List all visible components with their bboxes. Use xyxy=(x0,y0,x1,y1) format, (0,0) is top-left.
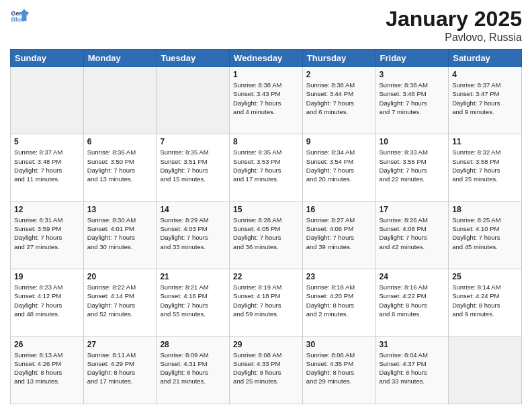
subtitle: Pavlovo, Russia xyxy=(386,32,522,44)
day-info: Sunrise: 8:19 AM Sunset: 4:18 PM Dayligh… xyxy=(233,283,299,318)
day-header-sunday: Sunday xyxy=(11,50,84,67)
calendar-cell: 16Sunrise: 8:27 AM Sunset: 4:06 PM Dayli… xyxy=(302,201,375,269)
day-number: 3 xyxy=(380,70,445,79)
day-info: Sunrise: 8:38 AM Sunset: 3:43 PM Dayligh… xyxy=(233,81,299,116)
calendar-cell: 24Sunrise: 8:16 AM Sunset: 4:22 PM Dayli… xyxy=(375,269,449,336)
week-row-2: 5Sunrise: 8:37 AM Sunset: 3:48 PM Daylig… xyxy=(11,134,522,201)
calendar-cell: 11Sunrise: 8:32 AM Sunset: 3:58 PM Dayli… xyxy=(449,134,522,201)
day-number: 28 xyxy=(160,340,226,349)
day-info: Sunrise: 8:31 AM Sunset: 3:59 PM Dayligh… xyxy=(14,216,80,251)
day-info: Sunrise: 8:13 AM Sunset: 4:26 PM Dayligh… xyxy=(14,351,80,386)
calendar-cell: 23Sunrise: 8:18 AM Sunset: 4:20 PM Dayli… xyxy=(302,269,375,336)
calendar-cell xyxy=(11,67,84,134)
day-info: Sunrise: 8:35 AM Sunset: 3:51 PM Dayligh… xyxy=(160,148,226,183)
day-number: 25 xyxy=(452,272,518,281)
calendar-cell: 27Sunrise: 8:11 AM Sunset: 4:29 PM Dayli… xyxy=(83,336,157,404)
calendar-cell xyxy=(157,67,230,134)
day-number: 20 xyxy=(87,272,153,281)
day-number: 21 xyxy=(160,272,226,281)
day-number: 11 xyxy=(452,137,518,146)
day-number: 31 xyxy=(380,340,445,349)
day-info: Sunrise: 8:37 AM Sunset: 3:47 PM Dayligh… xyxy=(452,81,518,116)
logo-icon: General Blue xyxy=(10,7,29,26)
day-number: 15 xyxy=(233,205,299,214)
week-row-5: 26Sunrise: 8:13 AM Sunset: 4:26 PM Dayli… xyxy=(11,336,522,404)
day-info: Sunrise: 8:38 AM Sunset: 3:46 PM Dayligh… xyxy=(380,81,445,116)
calendar-cell: 10Sunrise: 8:33 AM Sunset: 3:56 PM Dayli… xyxy=(375,134,449,201)
day-info: Sunrise: 8:38 AM Sunset: 3:44 PM Dayligh… xyxy=(306,81,372,116)
day-info: Sunrise: 8:27 AM Sunset: 4:06 PM Dayligh… xyxy=(306,216,372,251)
day-info: Sunrise: 8:22 AM Sunset: 4:14 PM Dayligh… xyxy=(87,283,153,318)
calendar-cell: 9Sunrise: 8:34 AM Sunset: 3:54 PM Daylig… xyxy=(302,134,375,201)
day-number: 24 xyxy=(380,272,445,281)
calendar-cell: 15Sunrise: 8:28 AM Sunset: 4:05 PM Dayli… xyxy=(230,201,303,269)
calendar-cell: 17Sunrise: 8:26 AM Sunset: 4:08 PM Dayli… xyxy=(375,201,449,269)
day-info: Sunrise: 8:26 AM Sunset: 4:08 PM Dayligh… xyxy=(380,216,445,251)
calendar-cell xyxy=(83,67,157,134)
day-number: 4 xyxy=(452,70,518,79)
day-number: 13 xyxy=(87,205,153,214)
calendar-cell: 19Sunrise: 8:23 AM Sunset: 4:12 PM Dayli… xyxy=(11,269,84,336)
day-number: 7 xyxy=(160,137,226,146)
calendar-cell: 5Sunrise: 8:37 AM Sunset: 3:48 PM Daylig… xyxy=(11,134,84,201)
day-info: Sunrise: 8:23 AM Sunset: 4:12 PM Dayligh… xyxy=(14,283,80,318)
header: General Blue January 2025 Pavlovo, Russi… xyxy=(10,7,522,44)
calendar-cell: 4Sunrise: 8:37 AM Sunset: 3:47 PM Daylig… xyxy=(449,67,522,134)
day-header-monday: Monday xyxy=(83,50,157,67)
calendar-cell: 1Sunrise: 8:38 AM Sunset: 3:43 PM Daylig… xyxy=(230,67,303,134)
day-number: 16 xyxy=(306,205,372,214)
day-header-thursday: Thursday xyxy=(302,50,375,67)
day-number: 6 xyxy=(87,137,153,146)
day-info: Sunrise: 8:06 AM Sunset: 4:35 PM Dayligh… xyxy=(306,351,372,386)
day-info: Sunrise: 8:25 AM Sunset: 4:10 PM Dayligh… xyxy=(452,216,518,251)
calendar-table: SundayMondayTuesdayWednesdayThursdayFrid… xyxy=(10,49,522,404)
day-info: Sunrise: 8:32 AM Sunset: 3:58 PM Dayligh… xyxy=(452,148,518,183)
week-row-3: 12Sunrise: 8:31 AM Sunset: 3:59 PM Dayli… xyxy=(11,201,522,269)
day-number: 29 xyxy=(233,340,299,349)
logo: General Blue xyxy=(10,7,29,26)
day-info: Sunrise: 8:09 AM Sunset: 4:31 PM Dayligh… xyxy=(160,351,226,386)
day-info: Sunrise: 8:35 AM Sunset: 3:53 PM Dayligh… xyxy=(233,148,299,183)
calendar-cell: 25Sunrise: 8:14 AM Sunset: 4:24 PM Dayli… xyxy=(449,269,522,336)
calendar-cell: 20Sunrise: 8:22 AM Sunset: 4:14 PM Dayli… xyxy=(83,269,157,336)
calendar-cell: 18Sunrise: 8:25 AM Sunset: 4:10 PM Dayli… xyxy=(449,201,522,269)
day-number: 1 xyxy=(233,70,299,79)
day-header-friday: Friday xyxy=(375,50,449,67)
day-number: 9 xyxy=(306,137,372,146)
day-info: Sunrise: 8:04 AM Sunset: 4:37 PM Dayligh… xyxy=(380,351,445,386)
day-number: 14 xyxy=(160,205,226,214)
day-info: Sunrise: 8:29 AM Sunset: 4:03 PM Dayligh… xyxy=(160,216,226,251)
main-title: January 2025 xyxy=(386,7,522,32)
day-info: Sunrise: 8:37 AM Sunset: 3:48 PM Dayligh… xyxy=(14,148,80,183)
calendar-cell: 13Sunrise: 8:30 AM Sunset: 4:01 PM Dayli… xyxy=(83,201,157,269)
day-number: 26 xyxy=(14,340,80,349)
calendar-cell: 6Sunrise: 8:36 AM Sunset: 3:50 PM Daylig… xyxy=(83,134,157,201)
day-info: Sunrise: 8:08 AM Sunset: 4:33 PM Dayligh… xyxy=(233,351,299,386)
calendar-cell: 7Sunrise: 8:35 AM Sunset: 3:51 PM Daylig… xyxy=(157,134,230,201)
day-number: 12 xyxy=(14,205,80,214)
day-number: 10 xyxy=(380,137,445,146)
calendar-cell: 26Sunrise: 8:13 AM Sunset: 4:26 PM Dayli… xyxy=(11,336,84,404)
day-number: 17 xyxy=(380,205,445,214)
day-number: 8 xyxy=(233,137,299,146)
day-number: 23 xyxy=(306,272,372,281)
title-area: January 2025 Pavlovo, Russia xyxy=(386,7,522,44)
day-number: 22 xyxy=(233,272,299,281)
day-info: Sunrise: 8:16 AM Sunset: 4:22 PM Dayligh… xyxy=(380,283,445,318)
calendar-header-row: SundayMondayTuesdayWednesdayThursdayFrid… xyxy=(11,50,522,67)
day-number: 30 xyxy=(306,340,372,349)
day-info: Sunrise: 8:28 AM Sunset: 4:05 PM Dayligh… xyxy=(233,216,299,251)
day-info: Sunrise: 8:36 AM Sunset: 3:50 PM Dayligh… xyxy=(87,148,153,183)
week-row-1: 1Sunrise: 8:38 AM Sunset: 3:43 PM Daylig… xyxy=(11,67,522,134)
day-number: 27 xyxy=(87,340,153,349)
calendar-cell: 12Sunrise: 8:31 AM Sunset: 3:59 PM Dayli… xyxy=(11,201,84,269)
day-header-wednesday: Wednesday xyxy=(230,50,303,67)
calendar-cell: 8Sunrise: 8:35 AM Sunset: 3:53 PM Daylig… xyxy=(230,134,303,201)
day-number: 19 xyxy=(14,272,80,281)
week-row-4: 19Sunrise: 8:23 AM Sunset: 4:12 PM Dayli… xyxy=(11,269,522,336)
calendar-cell: 31Sunrise: 8:04 AM Sunset: 4:37 PM Dayli… xyxy=(375,336,449,404)
day-info: Sunrise: 8:30 AM Sunset: 4:01 PM Dayligh… xyxy=(87,216,153,251)
day-header-tuesday: Tuesday xyxy=(157,50,230,67)
calendar-cell: 30Sunrise: 8:06 AM Sunset: 4:35 PM Dayli… xyxy=(302,336,375,404)
day-info: Sunrise: 8:18 AM Sunset: 4:20 PM Dayligh… xyxy=(306,283,372,318)
